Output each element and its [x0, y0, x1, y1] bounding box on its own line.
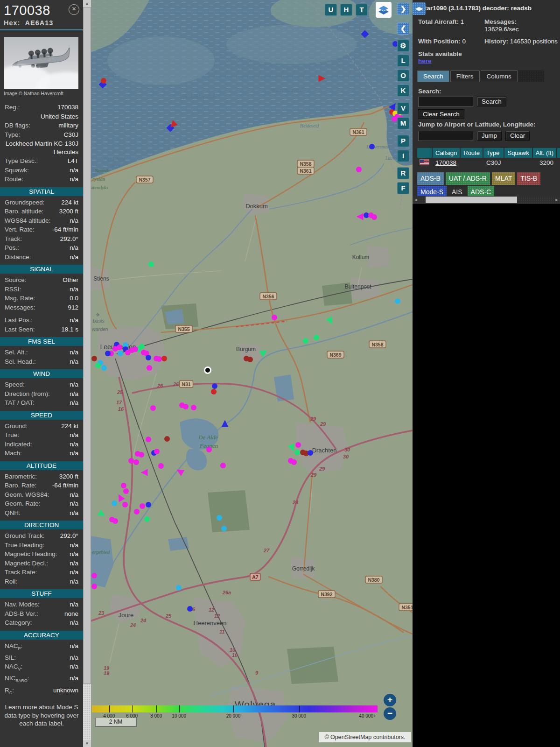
aircraft-dot-marker[interactable]: [117, 345, 122, 350]
aircraft-dot-marker[interactable]: [140, 503, 145, 509]
scroll-down-icon[interactable]: ▼: [83, 740, 91, 747]
jump-button[interactable]: Jump: [477, 131, 502, 141]
aircraft-dot-marker[interactable]: [220, 463, 226, 468]
tab-filters[interactable]: Filters: [450, 70, 480, 82]
aircraft-dot-marker[interactable]: [144, 516, 150, 522]
table-header-cell[interactable]: Alt. (ft): [533, 148, 556, 158]
tab-columns[interactable]: Columns: [481, 70, 518, 82]
layers-button[interactable]: [376, 2, 392, 18]
aircraft-dot-marker[interactable]: [295, 442, 301, 448]
table-header-cell[interactable]: Callsign: [433, 148, 460, 158]
stats-here-link[interactable]: here: [418, 57, 432, 64]
aircraft-dot-marker[interactable]: [212, 383, 217, 389]
aircraft-dot-marker[interactable]: [191, 405, 196, 410]
filter-chip-uat-ads-r[interactable]: UAT / ADS-R: [446, 172, 490, 185]
map-button-h[interactable]: H: [340, 4, 352, 16]
filter-chip-tis-b[interactable]: TIS-B: [517, 172, 540, 185]
scroll-left-icon[interactable]: ◄: [413, 196, 419, 204]
openstreetmap-link[interactable]: OpenStreetMap: [330, 734, 371, 740]
table-header-cell[interactable]: [417, 148, 432, 158]
aircraft-dot-marker[interactable]: [158, 463, 164, 469]
aircraft-dot-marker[interactable]: [95, 363, 101, 368]
map-button-k[interactable]: K: [397, 85, 409, 97]
table-header-cell[interactable]: Spd.: [557, 148, 560, 158]
map-button-o[interactable]: O: [397, 70, 409, 82]
search-input[interactable]: [418, 97, 473, 107]
sidebar-toggle-button[interactable]: ◀▶: [413, 2, 426, 15]
aircraft-dot-marker[interactable]: [314, 335, 319, 340]
map-button-i[interactable]: I: [397, 150, 409, 162]
tar1090-link[interactable]: tar1090: [425, 5, 447, 12]
panel-collapse-button[interactable]: ❮: [397, 22, 409, 35]
tab-search[interactable]: Search: [417, 70, 449, 82]
aircraft-dot-marker[interactable]: [146, 355, 151, 360]
map-button-m[interactable]: M: [397, 117, 409, 129]
aircraft-dot-marker[interactable]: [294, 450, 300, 455]
aircraft-dot-marker[interactable]: [356, 167, 362, 172]
callsign-cell[interactable]: 170038: [433, 158, 460, 167]
aircraft-dot-marker[interactable]: [133, 459, 139, 465]
aircraft-dot-marker[interactable]: [112, 500, 117, 506]
aircraft-dot-marker[interactable]: [156, 356, 162, 362]
aircraft-dot-marker[interactable]: [105, 351, 111, 356]
aircraft-dot-marker[interactable]: [101, 365, 107, 371]
aircraft-dot-marker[interactable]: [371, 214, 377, 220]
aircraft-dot-marker[interactable]: [183, 404, 189, 409]
aircraft-dot-marker[interactable]: [91, 584, 97, 589]
aircraft-dot-marker[interactable]: [395, 298, 400, 304]
jump-input[interactable]: [418, 131, 473, 141]
aircraft-dot-marker[interactable]: [91, 573, 97, 578]
map-canvas[interactable]: N361N358N361N357N356N355N31N369N358N380N…: [91, 0, 413, 747]
aircraft-dot-marker[interactable]: [91, 356, 97, 361]
aircraft-dot-marker[interactable]: [154, 449, 160, 454]
aircraft-dot-marker[interactable]: [134, 509, 140, 514]
sidebar-scrollbar-thumb[interactable]: [83, 7, 91, 684]
map-button-u[interactable]: U: [325, 4, 337, 16]
settings-button[interactable]: ⚙: [397, 40, 409, 52]
aircraft-dot-marker[interactable]: [147, 365, 152, 371]
aircraft-dot-marker[interactable]: [211, 389, 217, 395]
aircraft-dot-marker[interactable]: [164, 436, 170, 442]
aircraft-dot-marker[interactable]: [121, 483, 126, 488]
map-button-l[interactable]: L: [397, 55, 409, 67]
aircraft-dot-marker[interactable]: [303, 338, 308, 344]
clear-search-button[interactable]: Clear Search: [418, 109, 464, 119]
zoom-out-button[interactable]: −: [384, 707, 396, 720]
table-header-cell[interactable]: Route: [461, 148, 483, 158]
aircraft-dot-marker[interactable]: [128, 458, 134, 464]
aircraft-dot-marker[interactable]: [122, 502, 128, 507]
scroll-right-icon[interactable]: ►: [553, 196, 560, 204]
aircraft-dot-marker[interactable]: [148, 261, 154, 267]
aircraft-dot-marker[interactable]: [146, 502, 151, 507]
map-button-p[interactable]: P: [397, 135, 409, 147]
aircraft-dot-marker[interactable]: [291, 459, 297, 465]
aircraft-dot-marker[interactable]: [123, 488, 129, 494]
aircraft-dot-marker[interactable]: [221, 526, 227, 531]
filter-chip-ads-b[interactable]: ADS-B: [417, 172, 444, 185]
table-horizontal-scrollbar[interactable]: ◄ ►: [413, 196, 560, 204]
aircraft-dot-marker[interactable]: [369, 144, 375, 149]
zoom-in-button[interactable]: +: [384, 694, 396, 706]
aircraft-dot-marker[interactable]: [217, 515, 222, 521]
aircraft-dot-marker[interactable]: [187, 606, 193, 612]
readsb-link[interactable]: readsb: [511, 5, 532, 12]
aircraft-dot-marker[interactable]: [272, 315, 277, 320]
map-button-f[interactable]: F: [397, 182, 409, 194]
aircraft-dot-marker[interactable]: [135, 451, 140, 457]
aircraft-dot-marker[interactable]: [101, 78, 106, 84]
selected-aircraft-marker[interactable]: [205, 367, 211, 374]
aircraft-dot-marker[interactable]: [150, 405, 156, 411]
map-button-r[interactable]: R: [397, 167, 409, 179]
scrollbar-thumb[interactable]: [426, 197, 517, 203]
aircraft-dot-marker[interactable]: [247, 357, 253, 362]
aircraft-dot-marker[interactable]: [206, 447, 212, 452]
table-header-cell[interactable]: Type: [483, 148, 504, 158]
aircraft-dot-marker[interactable]: [146, 437, 151, 442]
close-icon[interactable]: ✕: [69, 4, 79, 15]
map-button-t[interactable]: T: [356, 4, 368, 16]
search-button[interactable]: Search: [477, 97, 506, 106]
aircraft-dot-marker[interactable]: [133, 346, 138, 352]
clear-button[interactable]: Clear: [505, 131, 530, 141]
info-value[interactable]: 170038: [57, 103, 78, 112]
aircraft-dot-marker[interactable]: [118, 351, 123, 356]
